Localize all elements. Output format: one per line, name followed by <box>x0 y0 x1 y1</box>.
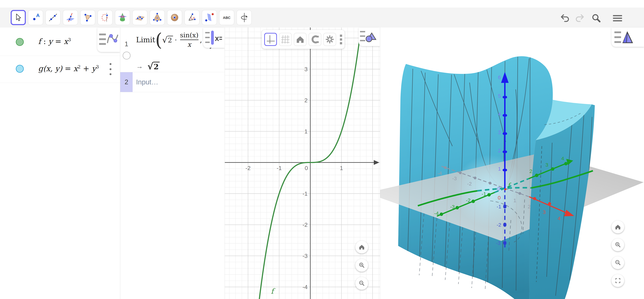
graphics3d-view-icon <box>614 30 635 45</box>
zoom-out-fab-3d[interactable] <box>612 256 624 269</box>
cas-input-placeholder[interactable]: Input… <box>136 78 158 86</box>
fraction: sin(x) x <box>180 31 198 48</box>
visibility-marble-f[interactable] <box>16 38 24 46</box>
fullscreen-icon <box>614 277 621 284</box>
tool-text-button[interactable]: ABC <box>219 10 234 25</box>
result-sqrt2: √2 <box>148 61 160 72</box>
svg-text:2: 2 <box>530 168 532 174</box>
svg-text:-3: -3 <box>452 176 457 181</box>
home-icon <box>358 244 365 250</box>
algebra-style-button[interactable] <box>97 28 120 52</box>
graphics-view-menu-button[interactable] <box>359 28 380 46</box>
polygon-icon <box>82 12 94 23</box>
svg-text:4: 4 <box>561 156 564 161</box>
svg-text:4: 4 <box>498 111 501 117</box>
limit-function: Limit <box>136 36 155 44</box>
reflect-plane-icon <box>204 12 215 23</box>
svg-text:-3: -3 <box>450 204 455 210</box>
standard-view-fab[interactable] <box>355 241 368 254</box>
search-button[interactable] <box>590 12 602 24</box>
cas-row-radio[interactable] <box>123 52 130 60</box>
dot <box>110 68 112 70</box>
surface-highlight <box>454 155 526 227</box>
geogebra-app: A <box>0 0 644 299</box>
graphics-3d-view[interactable]: 6 5 4 3 2 1 0 -1 -2 -3 2 3 4 -1 <box>380 28 644 299</box>
cas-view: 1 Limit ( √2 · sin(x) x , 0 ) → <box>120 28 225 299</box>
zoom-in-fab[interactable] <box>355 259 368 272</box>
toggle-grid-button[interactable] <box>279 33 292 46</box>
tool-rotate-around-line-button[interactable] <box>98 10 113 25</box>
settings-button[interactable] <box>324 33 336 46</box>
home-icon <box>295 34 305 44</box>
zoom-out-fab[interactable] <box>355 277 368 290</box>
more-options-kebab[interactable] <box>340 34 342 44</box>
tool-pyramid-button[interactable] <box>150 10 165 25</box>
tool-rotate-3d-view-button[interactable] <box>236 10 252 25</box>
toolbar-strip <box>0 8 644 28</box>
redo-icon <box>574 13 585 24</box>
tool-angle-button[interactable]: α <box>184 10 200 25</box>
selected-row-number-cell: 2 <box>120 72 132 92</box>
row-options-kebab[interactable] <box>107 63 114 75</box>
cas-row-number: 1 <box>120 40 132 48</box>
equals: = <box>62 64 74 73</box>
svg-text:-2: -2 <box>302 222 308 228</box>
svg-text:3: 3 <box>546 162 548 168</box>
lhs: y <box>48 37 53 46</box>
tool-point-button[interactable]: A <box>28 10 43 25</box>
sphere-icon <box>169 12 180 23</box>
sqrt2: √2 <box>162 35 173 45</box>
tool-reflect-about-plane-button[interactable] <box>202 10 217 25</box>
plane-points-icon <box>134 12 146 23</box>
dot <box>110 73 112 75</box>
redo-button[interactable] <box>574 12 585 24</box>
svg-text:2: 2 <box>304 97 308 104</box>
fullscreen-fab-3d[interactable] <box>612 274 624 287</box>
numerator: sin(x) <box>180 31 198 39</box>
exp1: 2 <box>78 64 81 70</box>
svg-text:4: 4 <box>558 216 560 221</box>
tool-move-button[interactable] <box>11 10 26 25</box>
toggle-axes-button[interactable] <box>264 33 277 46</box>
cas-style-button[interactable]: x <box>203 28 225 48</box>
visibility-marble-g[interactable] <box>16 65 24 73</box>
standard-view-button[interactable] <box>294 33 306 46</box>
svg-text:1: 1 <box>304 128 308 135</box>
exp2: 3 <box>96 64 99 70</box>
standard-view-fab-3d[interactable] <box>612 220 624 233</box>
undo-button[interactable] <box>559 12 571 24</box>
zoom-in-fab-3d[interactable] <box>612 238 624 251</box>
revolve-icon <box>100 12 111 23</box>
plus: + <box>81 64 92 73</box>
tool-sphere-button[interactable] <box>167 10 182 25</box>
svg-text:1: 1 <box>340 165 343 171</box>
term2: y <box>92 64 96 73</box>
svg-text:0: 0 <box>497 186 500 192</box>
zoom-in-icon <box>614 241 622 248</box>
algebra-row-g[interactable]: g(x, y) = x2 + y3 <box>0 56 120 83</box>
svg-text:-3: -3 <box>302 253 308 259</box>
cone-plane-intersect-icon <box>117 12 128 23</box>
menu-button[interactable] <box>612 12 623 24</box>
tool-line-button[interactable] <box>46 10 60 25</box>
equals: = <box>53 37 64 46</box>
graphics-3d-canvas[interactable]: 6 5 4 3 2 1 0 -1 -2 -3 2 3 4 -1 <box>380 28 644 299</box>
rotate-3d-view-icon <box>238 12 250 23</box>
graphics3d-view-menu-button[interactable] <box>612 28 644 47</box>
tool-polygon-button[interactable] <box>80 10 95 25</box>
svg-text:3: 3 <box>498 130 501 135</box>
tool-plane-through-points-button[interactable] <box>132 10 148 25</box>
radicand: 2 <box>153 62 160 71</box>
svg-text:-2: -2 <box>246 165 250 171</box>
f-name: f <box>38 37 41 46</box>
svg-text:-1: -1 <box>276 165 282 171</box>
tool-perpendicular-plane-button[interactable] <box>63 10 78 25</box>
graphics-2d-view[interactable]: -2-110321-1-2-3-4f <box>225 28 380 299</box>
point-capturing-button[interactable] <box>308 33 321 46</box>
svg-text:-1: -1 <box>482 191 486 197</box>
graphics-2d-canvas[interactable]: -2-110321-1-2-3-4f <box>225 28 380 299</box>
tool-intersect-two-surfaces-button[interactable] <box>115 10 130 25</box>
zoom-out-icon <box>358 280 365 287</box>
zoom-in-icon <box>358 262 365 269</box>
svg-text:-3: -3 <box>496 240 500 246</box>
